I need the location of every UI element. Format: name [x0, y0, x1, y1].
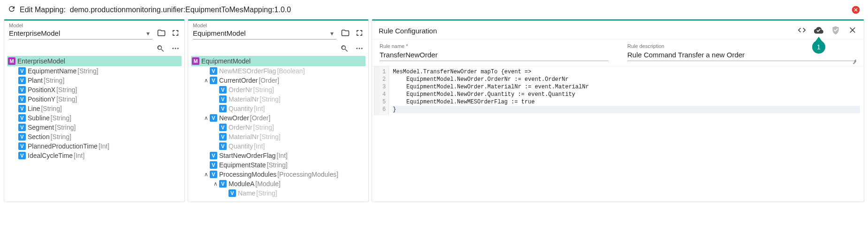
rule-config-title: Rule Configuration: [379, 27, 437, 35]
tree-node[interactable]: VPlannedProductionTime [Int]: [7, 141, 182, 151]
code-line[interactable]: EquipmentModel.NewOrder.OrderNr := event…: [393, 76, 860, 83]
rule-desc-input[interactable]: Rule Command Transfer a new Order: [627, 49, 856, 61]
mid-tree: MEquipmentModelVNewMESOrderFlag [Boolean…: [188, 56, 368, 202]
tree-node[interactable]: VPositionX [String]: [7, 85, 182, 94]
tree-node[interactable]: VSubline [String]: [7, 113, 182, 123]
code-line[interactable]: MesModel.TransferNewOrder mapTo {event =…: [393, 68, 860, 76]
tree-node[interactable]: VQuantity [Int]: [191, 104, 365, 113]
tree-node[interactable]: VEquipmentName [String]: [7, 66, 182, 76]
tree-node[interactable]: VMaterialNr [String]: [191, 132, 365, 141]
refresh-icon[interactable]: [8, 5, 16, 15]
tree-node[interactable]: VIdealCycleTime [Int]: [7, 151, 182, 160]
line-number: 4: [382, 91, 386, 98]
tree-node[interactable]: ∧VProcessingModules [ProcessingModules]: [191, 170, 365, 179]
more-icon[interactable]: [171, 44, 180, 54]
tree-node[interactable]: VQuantity [Int]: [191, 141, 365, 151]
svg-point-6: [361, 48, 363, 49]
more-icon[interactable]: [355, 44, 364, 54]
folder-icon[interactable]: [157, 29, 166, 39]
line-number: 5: [382, 98, 386, 106]
left-model-selector: Model EnterpriseModel ▾: [4, 21, 184, 42]
editor-code[interactable]: MesModel.TransferNewOrder mapTo {event =…: [389, 66, 864, 115]
line-number: 3: [382, 83, 386, 91]
code-editor[interactable]: 123456 MesModel.TransferNewOrder mapTo {…: [372, 66, 864, 115]
tree-node[interactable]: VEquipmentState [String]: [191, 160, 365, 170]
tree-node[interactable]: ∧VCurrentOrder [Order]: [191, 76, 365, 85]
mid-model-panel: Model EquipmentModel ▾ MEquipmentModelVN…: [188, 19, 369, 202]
page-title: Edit Mapping: demo.productionmonitoring.…: [20, 6, 291, 14]
workspace: Model EnterpriseModel ▾ MEnterpriseModel…: [0, 19, 868, 206]
rule-config-header: Rule Configuration 1: [372, 21, 864, 39]
svg-point-1: [172, 48, 174, 49]
mid-model-selector: Model EquipmentModel ▾: [188, 21, 368, 42]
fullscreen-icon[interactable]: [355, 29, 364, 39]
svg-point-2: [175, 48, 176, 49]
tree-node[interactable]: VPositionY [String]: [7, 94, 182, 104]
line-number: 1: [382, 68, 386, 76]
mid-searchbar: [188, 42, 368, 56]
code-line[interactable]: EquipmentModel.NewOrder.Quantity := even…: [393, 91, 860, 98]
svg-point-3: [177, 48, 179, 49]
tree-root[interactable]: MEquipmentModel: [191, 56, 365, 66]
tree-node[interactable]: VName [String]: [191, 188, 365, 198]
svg-point-4: [356, 48, 358, 49]
line-number: 6: [382, 106, 386, 113]
tree-node[interactable]: VLine [String]: [7, 104, 182, 113]
rule-desc-field: Rule description Rule Command Transfer a…: [627, 43, 856, 61]
rule-name-input[interactable]: TransferNewOrder: [380, 49, 609, 61]
close-button[interactable]: [851, 5, 860, 15]
tree-node[interactable]: VStartNewOrderFlag [Int]: [191, 151, 365, 160]
code-icon[interactable]: [797, 25, 807, 36]
code-line[interactable]: EquipmentModel.NewMESOrderFlag := true: [393, 98, 860, 106]
tree-node[interactable]: ∧VModuleA [Module]: [191, 179, 365, 188]
close-icon[interactable]: [848, 25, 857, 36]
tree-root[interactable]: MEnterpriseModel: [7, 56, 182, 66]
rule-config-panel: Rule Configuration 1 Rule n: [372, 19, 864, 202]
tree-node[interactable]: VSegment [String]: [7, 123, 182, 132]
cloud-save-icon[interactable]: 1: [814, 25, 823, 36]
rule-name-field: Rule name * TransferNewOrder: [380, 43, 609, 61]
rule-desc-label: Rule description: [627, 43, 856, 49]
chevron-down-icon[interactable]: ▾: [144, 30, 152, 39]
left-tree: MEnterpriseModelVEquipmentName [String]V…: [4, 56, 184, 164]
search-icon[interactable]: [156, 44, 165, 54]
tree-node[interactable]: ∧VNewOrder [Order]: [191, 113, 365, 123]
tree-node[interactable]: VOrderNr [String]: [191, 123, 365, 132]
chevron-down-icon[interactable]: ▾: [327, 30, 336, 39]
folder-icon[interactable]: [341, 29, 350, 39]
model-name-dropdown[interactable]: EquipmentModel: [193, 24, 327, 39]
model-name-dropdown[interactable]: EnterpriseModel: [9, 24, 144, 39]
header-bar: Edit Mapping: demo.productionmonitoring.…: [0, 0, 868, 19]
rule-fields: Rule name * TransferNewOrder Rule descri…: [372, 39, 864, 66]
left-searchbar: [4, 42, 184, 56]
search-icon[interactable]: [340, 44, 349, 54]
code-line[interactable]: EquipmentModel.NewOrder.MaterialNr := ev…: [393, 83, 860, 91]
tree-node[interactable]: VPlant [String]: [7, 76, 182, 85]
model-field-label: Model: [193, 23, 207, 28]
tree-node[interactable]: VNewMESOrderFlag [Boolean]: [191, 66, 365, 76]
editor-gutter: 123456: [380, 66, 389, 115]
model-field-label: Model: [9, 23, 23, 28]
editor-scrollbar[interactable]: [374, 66, 380, 115]
line-number: 2: [382, 76, 386, 83]
left-model-panel: Model EnterpriseModel ▾ MEnterpriseModel…: [4, 19, 185, 202]
tree-node[interactable]: VMaterialNr [String]: [191, 94, 365, 104]
svg-point-5: [359, 48, 360, 49]
shield-icon[interactable]: [831, 25, 840, 36]
resize-handle-icon[interactable]: [852, 57, 856, 62]
fullscreen-icon[interactable]: [171, 29, 180, 39]
tree-node[interactable]: VOrderNr [String]: [191, 85, 365, 94]
tree-node[interactable]: VSection [String]: [7, 132, 182, 141]
rule-name-label: Rule name *: [380, 43, 609, 49]
code-line[interactable]: }: [393, 106, 860, 113]
